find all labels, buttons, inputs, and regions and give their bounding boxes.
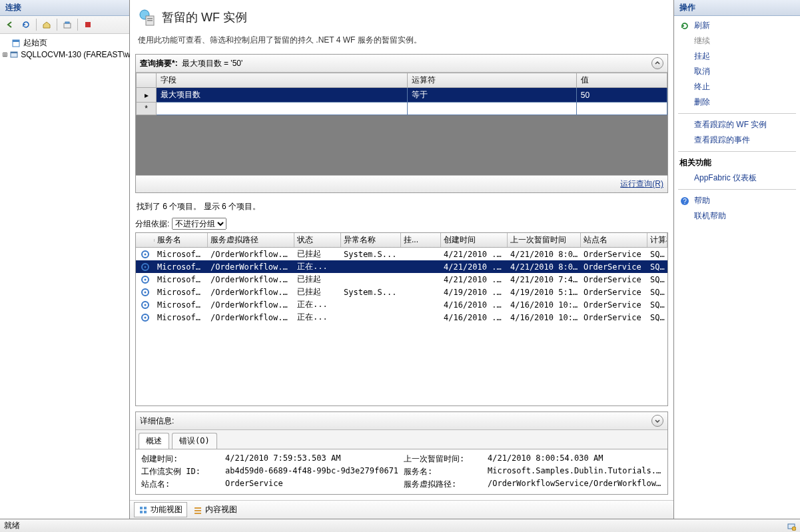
svg-point-20 (145, 304, 147, 306)
cell-last-retained: 4/21/2010 8:0... (508, 262, 581, 272)
table-row[interactable]: Microsof.../OrderWorkflow...已挂起System.S.… (136, 248, 667, 260)
val-site: OrderService (225, 479, 400, 490)
connections-tree[interactable]: 起始页 ⊞ SQLLOCVM-130 (FAREAST\wssb (0, 34, 129, 63)
tree-server-node[interactable]: ⊞ SQLLOCVM-130 (FAREAST\wssb (1, 49, 128, 60)
expand-icon[interactable]: ⊞ (3, 50, 7, 59)
refresh-connections-button[interactable] (19, 17, 33, 32)
col-operator[interactable]: 运算符 (408, 73, 576, 88)
cell-exception (341, 279, 401, 280)
collapse-query-button[interactable] (651, 57, 663, 69)
action-delete[interactable]: 删除 (678, 95, 796, 109)
cell-created: 4/19/2010 ... (441, 287, 508, 298)
col-last-retained[interactable]: 上一次暂留时间 (508, 233, 581, 247)
back-button[interactable] (3, 17, 17, 32)
svg-rect-0 (64, 23, 71, 28)
action-tracked-wf[interactable]: 查看跟踪的 WF 实例 (678, 118, 796, 132)
collapse-details-button[interactable] (651, 415, 663, 427)
query-grid[interactable]: 字段 运算符 值 ▸ 最大项目数 等于 50 * (136, 73, 667, 175)
tab-features-view[interactable]: 功能视图 (134, 502, 187, 517)
val-instance-id: ab4d59d0-6689-4f48-99bc-9d3e279f0671 (225, 466, 400, 477)
tab-overview[interactable]: 概述 (139, 433, 169, 449)
query-summary-box: 查询摘要*: 最大项目数 = '50' 字段 运算符 (135, 54, 668, 193)
details-body: 创建时间: 4/21/2010 7:59:53.503 AM 上一次暂留时间: … (136, 449, 667, 494)
gear-icon (136, 249, 155, 260)
cell-machine: SQLLOCVM... (647, 287, 667, 298)
tab-errors[interactable]: 错误(O) (172, 433, 217, 449)
tree-start-page[interactable]: 起始页 (1, 37, 128, 49)
up-button[interactable] (60, 17, 75, 32)
cell-field[interactable]: 最大项目数 (157, 88, 408, 103)
table-row[interactable]: Microsof.../OrderWorkflow...已挂起System.S.… (136, 286, 667, 298)
col-created[interactable]: 创建时间 (441, 233, 508, 247)
action-tracked-events[interactable]: 查看跟踪的事件 (678, 133, 796, 147)
action-help[interactable]: ? 帮助 (678, 194, 796, 208)
table-row[interactable]: Microsof.../OrderWorkflow...已挂起4/21/2010… (136, 273, 667, 286)
cell-last-retained: 4/21/2010 7:4... (508, 274, 581, 285)
cell-suspended (401, 279, 441, 280)
table-row[interactable]: Microsof.../OrderWorkflow...正在...4/16/20… (136, 311, 667, 324)
cell-operator[interactable]: 等于 (408, 88, 576, 103)
svg-point-33 (792, 527, 796, 531)
related-section-header: 相关功能 (678, 156, 796, 170)
col-service-name[interactable]: 服务名 (155, 233, 208, 247)
action-terminate[interactable]: 终止 (678, 80, 796, 94)
content-view-icon (193, 505, 202, 515)
action-suspend[interactable]: 挂起 (678, 49, 796, 63)
cell-site: OrderService (581, 287, 647, 298)
col-suspended[interactable]: 挂... (401, 233, 441, 247)
results-header: 服务名 服务虚拟路径 状态 异常名称 挂... 创建时间 上一次暂留时间 站点名… (136, 233, 667, 248)
cell-status: 正在... (294, 298, 341, 311)
cell-created: 4/21/2010 ... (441, 249, 508, 260)
col-field[interactable]: 字段 (157, 73, 408, 88)
tab-content-view[interactable]: 内容视图 (189, 502, 242, 517)
cell-site: OrderService (581, 249, 647, 260)
table-row[interactable]: Microsof.../OrderWorkflow...正在...4/21/20… (136, 260, 667, 273)
svg-point-14 (145, 266, 147, 268)
cell-site: OrderService (581, 262, 647, 272)
cell-service-name: Microsof... (155, 249, 208, 260)
action-label: 删除 (694, 97, 710, 108)
action-label: 取消 (694, 66, 710, 77)
results-count: 找到了 6 个项目。 显示 6 个项目。 (135, 198, 668, 216)
cell-service-name: Microsof... (155, 300, 208, 310)
action-online-help[interactable]: 联机帮助 (678, 209, 796, 223)
home-button[interactable] (39, 17, 54, 32)
col-machine[interactable]: 计算机... (647, 233, 667, 247)
details-box: 详细信息: 概述 错误(O) 创建时间: 4/21/2010 7:59:53.5… (135, 411, 668, 495)
cell-exception (341, 317, 401, 318)
svg-rect-29 (195, 513, 201, 514)
val-created: 4/21/2010 7:59:53.503 AM (225, 453, 400, 465)
bottom-view-tabs: 功能视图 内容视图 (130, 500, 673, 519)
connections-header: 连接 (0, 0, 129, 16)
action-label: 帮助 (694, 195, 710, 206)
val-last-retained: 4/21/2010 8:00:54.030 AM (488, 453, 662, 465)
group-by-select[interactable]: 不进行分组 (172, 218, 226, 230)
query-summary-text: 最大项目数 = '50' (182, 58, 243, 69)
cell-machine: SQLLOCVM... (647, 274, 667, 285)
cell-service-name: Microsof... (155, 312, 208, 323)
run-query-link[interactable]: 运行查询(R) (620, 179, 663, 188)
action-cancel[interactable]: 取消 (678, 65, 796, 79)
query-row[interactable]: ▸ 最大项目数 等于 50 (137, 88, 667, 103)
col-value[interactable]: 值 (576, 73, 667, 88)
svg-rect-2 (85, 22, 91, 27)
cell-created: 4/16/2010 ... (441, 312, 508, 323)
cell-status: 已挂起 (294, 248, 341, 260)
col-status[interactable]: 状态 (294, 233, 341, 247)
cell-last-retained: 4/16/2010 10:... (508, 312, 581, 323)
action-appfabric-dashboard[interactable]: AppFabric 仪表板 (678, 171, 796, 185)
action-label: AppFabric 仪表板 (694, 172, 757, 184)
cell-value[interactable]: 50 (576, 88, 667, 103)
col-service-path[interactable]: 服务虚拟路径 (208, 233, 294, 247)
center-panel: 暂留的 WF 实例 使用此功能可查看、筛选和控制启用了暂留的持久 .NET 4 … (130, 0, 673, 519)
query-new-row[interactable]: * (137, 103, 667, 115)
cell-suspended (401, 292, 441, 293)
action-refresh[interactable]: 刷新 (678, 19, 796, 33)
results-body[interactable]: Microsof.../OrderWorkflow...已挂起System.S.… (136, 248, 667, 324)
cell-machine: SQLLOCVM... (647, 312, 667, 323)
stop-button[interactable] (81, 17, 95, 32)
col-exception[interactable]: 异常名称 (341, 233, 401, 247)
table-row[interactable]: Microsof.../OrderWorkflow...正在...4/16/20… (136, 298, 667, 311)
col-site[interactable]: 站点名 (581, 233, 647, 247)
cell-exception: System.S... (341, 249, 401, 260)
